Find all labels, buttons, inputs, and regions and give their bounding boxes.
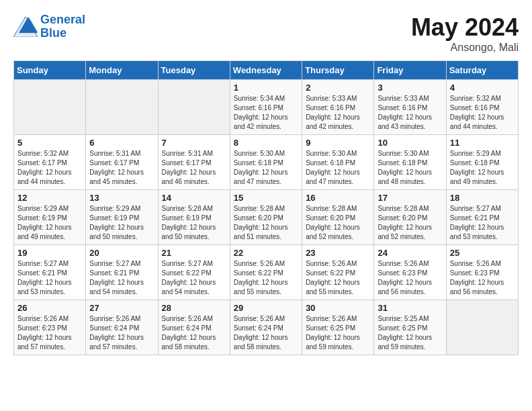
calendar-cell: 9Sunrise: 5:30 AMSunset: 6:18 PMDaylight… <box>302 135 374 190</box>
day-number: 26 <box>17 303 82 313</box>
calendar-cell <box>446 300 518 355</box>
calendar-cell: 23Sunrise: 5:26 AMSunset: 6:22 PMDayligh… <box>302 245 374 300</box>
calendar-cell: 14Sunrise: 5:28 AMSunset: 6:19 PMDayligh… <box>158 190 230 245</box>
calendar-cell: 17Sunrise: 5:28 AMSunset: 6:20 PMDayligh… <box>374 190 446 245</box>
logo-icon <box>13 17 38 37</box>
day-info: Sunrise: 5:32 AMSunset: 6:17 PMDaylight:… <box>17 149 82 187</box>
day-info: Sunrise: 5:26 AMSunset: 6:24 PMDaylight:… <box>234 314 298 352</box>
calendar-cell: 10Sunrise: 5:30 AMSunset: 6:18 PMDayligh… <box>374 135 446 190</box>
day-number: 29 <box>234 303 298 313</box>
calendar-week-row: 1Sunrise: 5:34 AMSunset: 6:16 PMDaylight… <box>14 80 519 135</box>
day-info: Sunrise: 5:31 AMSunset: 6:17 PMDaylight:… <box>162 149 226 187</box>
calendar-cell: 15Sunrise: 5:28 AMSunset: 6:20 PMDayligh… <box>230 190 302 245</box>
calendar-cell: 12Sunrise: 5:29 AMSunset: 6:19 PMDayligh… <box>14 190 86 245</box>
day-info: Sunrise: 5:27 AMSunset: 6:21 PMDaylight:… <box>89 259 154 297</box>
calendar-cell: 6Sunrise: 5:31 AMSunset: 6:17 PMDaylight… <box>86 135 158 190</box>
day-info: Sunrise: 5:33 AMSunset: 6:16 PMDaylight:… <box>378 94 442 132</box>
calendar-cell: 8Sunrise: 5:30 AMSunset: 6:18 PMDaylight… <box>230 135 302 190</box>
calendar-cell: 4Sunrise: 5:32 AMSunset: 6:16 PMDaylight… <box>446 80 518 135</box>
calendar-cell: 29Sunrise: 5:26 AMSunset: 6:24 PMDayligh… <box>230 300 302 355</box>
calendar-cell: 31Sunrise: 5:25 AMSunset: 6:25 PMDayligh… <box>374 300 446 355</box>
day-number: 18 <box>450 193 515 203</box>
calendar-cell: 25Sunrise: 5:26 AMSunset: 6:23 PMDayligh… <box>446 245 518 300</box>
day-info: Sunrise: 5:28 AMSunset: 6:20 PMDaylight:… <box>234 204 298 242</box>
day-number: 8 <box>234 138 298 148</box>
day-info: Sunrise: 5:31 AMSunset: 6:17 PMDaylight:… <box>89 149 154 187</box>
day-number: 13 <box>89 193 154 203</box>
calendar-cell: 18Sunrise: 5:27 AMSunset: 6:21 PMDayligh… <box>446 190 518 245</box>
day-info: Sunrise: 5:28 AMSunset: 6:19 PMDaylight:… <box>162 204 226 242</box>
calendar-week-row: 12Sunrise: 5:29 AMSunset: 6:19 PMDayligh… <box>14 190 519 245</box>
day-number: 14 <box>162 193 226 203</box>
calendar-cell <box>86 80 158 135</box>
day-number: 4 <box>450 83 515 93</box>
day-header: Friday <box>374 61 446 80</box>
day-number: 15 <box>234 193 298 203</box>
day-number: 23 <box>306 248 370 258</box>
month-title: May 2024 <box>411 13 519 42</box>
logo-text: General Blue <box>40 13 85 40</box>
calendar-cell: 24Sunrise: 5:26 AMSunset: 6:23 PMDayligh… <box>374 245 446 300</box>
day-info: Sunrise: 5:26 AMSunset: 6:22 PMDaylight:… <box>306 259 370 297</box>
page-header: General Blue May 2024 Ansongo, Mali <box>13 13 519 54</box>
calendar-table: SundayMondayTuesdayWednesdayThursdayFrid… <box>13 60 519 355</box>
day-info: Sunrise: 5:26 AMSunset: 6:22 PMDaylight:… <box>234 259 298 297</box>
day-number: 27 <box>89 303 154 313</box>
calendar-cell: 28Sunrise: 5:26 AMSunset: 6:24 PMDayligh… <box>158 300 230 355</box>
day-number: 21 <box>162 248 226 258</box>
day-header: Thursday <box>302 61 374 80</box>
day-info: Sunrise: 5:28 AMSunset: 6:20 PMDaylight:… <box>306 204 370 242</box>
day-number: 16 <box>306 193 370 203</box>
day-header: Tuesday <box>158 61 230 80</box>
day-info: Sunrise: 5:26 AMSunset: 6:23 PMDaylight:… <box>378 259 442 297</box>
day-number: 2 <box>306 83 370 93</box>
day-info: Sunrise: 5:29 AMSunset: 6:19 PMDaylight:… <box>89 204 154 242</box>
day-info: Sunrise: 5:33 AMSunset: 6:16 PMDaylight:… <box>306 94 370 132</box>
calendar-week-row: 5Sunrise: 5:32 AMSunset: 6:17 PMDaylight… <box>14 135 519 190</box>
location: Ansongo, Mali <box>411 42 519 54</box>
day-number: 31 <box>378 303 442 313</box>
calendar-cell: 13Sunrise: 5:29 AMSunset: 6:19 PMDayligh… <box>86 190 158 245</box>
day-number: 11 <box>450 138 515 148</box>
day-header: Sunday <box>14 61 86 80</box>
day-info: Sunrise: 5:26 AMSunset: 6:25 PMDaylight:… <box>306 314 370 352</box>
day-info: Sunrise: 5:29 AMSunset: 6:19 PMDaylight:… <box>17 204 82 242</box>
day-info: Sunrise: 5:26 AMSunset: 6:24 PMDaylight:… <box>89 314 154 352</box>
calendar-cell: 5Sunrise: 5:32 AMSunset: 6:17 PMDaylight… <box>14 135 86 190</box>
day-number: 10 <box>378 138 442 148</box>
day-number: 5 <box>17 138 82 148</box>
day-header: Monday <box>86 61 158 80</box>
day-number: 20 <box>89 248 154 258</box>
day-header: Wednesday <box>230 61 302 80</box>
calendar-cell: 19Sunrise: 5:27 AMSunset: 6:21 PMDayligh… <box>14 245 86 300</box>
day-info: Sunrise: 5:27 AMSunset: 6:21 PMDaylight:… <box>450 204 515 242</box>
calendar-cell: 1Sunrise: 5:34 AMSunset: 6:16 PMDaylight… <box>230 80 302 135</box>
day-info: Sunrise: 5:29 AMSunset: 6:18 PMDaylight:… <box>450 149 515 187</box>
day-number: 22 <box>234 248 298 258</box>
day-info: Sunrise: 5:30 AMSunset: 6:18 PMDaylight:… <box>234 149 298 187</box>
day-number: 25 <box>450 248 515 258</box>
day-number: 19 <box>17 248 82 258</box>
calendar-cell: 21Sunrise: 5:27 AMSunset: 6:22 PMDayligh… <box>158 245 230 300</box>
day-number: 6 <box>89 138 154 148</box>
logo: General Blue <box>13 13 85 40</box>
day-info: Sunrise: 5:26 AMSunset: 6:24 PMDaylight:… <box>162 314 226 352</box>
calendar-cell: 7Sunrise: 5:31 AMSunset: 6:17 PMDaylight… <box>158 135 230 190</box>
day-number: 12 <box>17 193 82 203</box>
calendar-cell: 16Sunrise: 5:28 AMSunset: 6:20 PMDayligh… <box>302 190 374 245</box>
calendar-cell: 2Sunrise: 5:33 AMSunset: 6:16 PMDaylight… <box>302 80 374 135</box>
calendar-week-row: 19Sunrise: 5:27 AMSunset: 6:21 PMDayligh… <box>14 245 519 300</box>
calendar-week-row: 26Sunrise: 5:26 AMSunset: 6:23 PMDayligh… <box>14 300 519 355</box>
calendar-cell: 20Sunrise: 5:27 AMSunset: 6:21 PMDayligh… <box>86 245 158 300</box>
calendar-cell: 22Sunrise: 5:26 AMSunset: 6:22 PMDayligh… <box>230 245 302 300</box>
day-info: Sunrise: 5:32 AMSunset: 6:16 PMDaylight:… <box>450 94 515 132</box>
day-info: Sunrise: 5:27 AMSunset: 6:22 PMDaylight:… <box>162 259 226 297</box>
day-number: 1 <box>234 83 298 93</box>
calendar-cell <box>14 80 86 135</box>
day-info: Sunrise: 5:26 AMSunset: 6:23 PMDaylight:… <box>17 314 82 352</box>
day-header: Saturday <box>446 61 518 80</box>
calendar-cell: 30Sunrise: 5:26 AMSunset: 6:25 PMDayligh… <box>302 300 374 355</box>
day-number: 9 <box>306 138 370 148</box>
day-number: 24 <box>378 248 442 258</box>
day-info: Sunrise: 5:25 AMSunset: 6:25 PMDaylight:… <box>378 314 442 352</box>
